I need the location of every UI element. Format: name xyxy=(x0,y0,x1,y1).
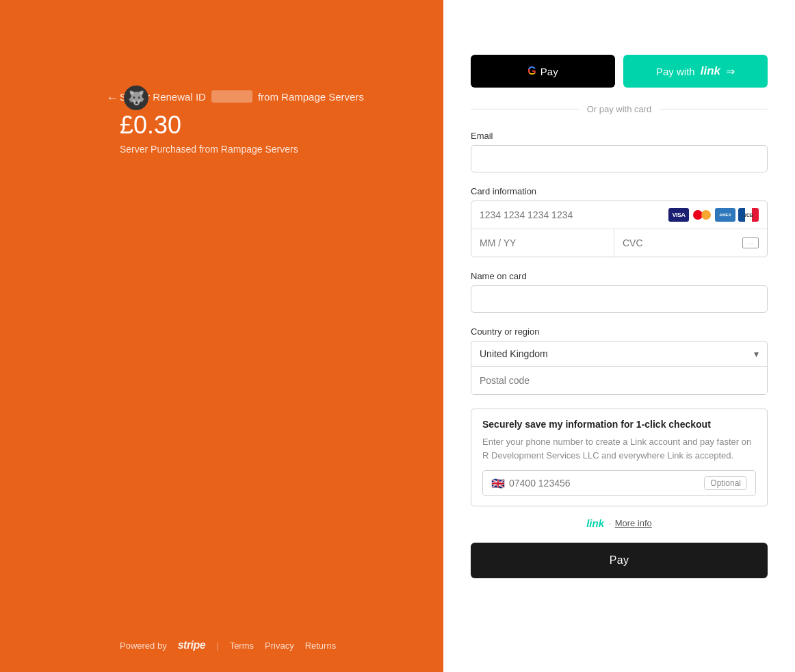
country-select-row[interactable]: United Kingdom ▾ xyxy=(471,341,767,367)
jcb-icon: JCB xyxy=(738,208,759,222)
country-group: Country or region United Kingdom ▾ xyxy=(471,326,768,395)
gpay-label: Pay xyxy=(540,66,558,77)
link-footer: link · More info xyxy=(471,517,768,529)
name-on-card-group: Name on card xyxy=(471,271,768,313)
cvc-icon xyxy=(742,237,759,248)
card-info-wrapper: VISA AMEX JCB xyxy=(471,201,768,257)
card-number-input[interactable] xyxy=(480,209,668,220)
country-label: Country or region xyxy=(471,326,768,337)
save-info-box: Securely save my information for 1-click… xyxy=(471,409,768,506)
back-button[interactable]: ← 🐺 xyxy=(106,86,148,110)
privacy-link[interactable]: Privacy xyxy=(265,641,294,651)
country-value: United Kingdom xyxy=(480,348,754,359)
country-region-wrapper: United Kingdom ▾ xyxy=(471,341,768,395)
email-group: Email xyxy=(471,131,768,172)
link-arrow-icon: ⇒ xyxy=(726,65,735,78)
mastercard-icon xyxy=(692,208,712,222)
card-expiry-cvc-row xyxy=(471,229,767,257)
dot-separator: · xyxy=(608,518,611,528)
amex-icon: AMEX xyxy=(715,208,735,222)
left-panel: ← 🐺 Server Renewal ID from Rampage Serve… xyxy=(0,0,443,672)
google-pay-button[interactable]: G Pay xyxy=(471,55,615,88)
footer: Powered by stripe | Terms Privacy Return… xyxy=(120,639,336,651)
phone-input[interactable] xyxy=(509,478,704,489)
save-info-title: Securely save my information for 1-click… xyxy=(482,419,756,430)
stripe-logo: stripe xyxy=(178,639,206,651)
divider-line-right xyxy=(660,109,768,109)
divider-text: Or pay with card xyxy=(587,104,652,114)
subtitle: Server Purchased from Rampage Servers xyxy=(120,144,416,155)
from-label: from Rampage Servers xyxy=(258,91,364,103)
right-panel: G Pay Pay with link ⇒ Or pay with card E… xyxy=(443,0,795,672)
visa-icon: VISA xyxy=(668,208,689,222)
card-number-row: VISA AMEX JCB xyxy=(471,201,767,229)
email-label: Email xyxy=(471,131,768,141)
footer-divider: | xyxy=(216,641,218,651)
card-info-label: Card information xyxy=(471,186,768,196)
pay-with-label: Pay with xyxy=(656,66,695,77)
more-info-link[interactable]: More info xyxy=(615,518,652,528)
google-g-icon: G xyxy=(527,65,536,77)
card-info-group: Card information VISA AMEX JCB xyxy=(471,186,768,257)
uk-flag-icon: 🇬🇧 xyxy=(491,477,505,490)
returns-link[interactable]: Returns xyxy=(305,641,337,651)
divider-line-left xyxy=(471,109,579,109)
postal-code-input[interactable] xyxy=(471,367,767,394)
pay-with-link-button[interactable]: Pay with link ⇒ xyxy=(623,55,768,88)
server-renewal-line: Server Renewal ID from Rampage Servers xyxy=(120,90,416,103)
name-on-card-input[interactable] xyxy=(471,285,768,313)
chevron-down-icon: ▾ xyxy=(754,348,759,359)
optional-badge: Optional xyxy=(704,476,747,490)
terms-link[interactable]: Terms xyxy=(230,641,254,651)
link-brand-label: link xyxy=(701,64,720,78)
link-footer-brand: link xyxy=(586,517,604,529)
powered-by-label: Powered by xyxy=(120,641,167,651)
pay-button[interactable]: Pay xyxy=(471,543,768,578)
card-icons: VISA AMEX JCB xyxy=(668,208,759,222)
price-display: £0.30 xyxy=(120,111,416,140)
email-input[interactable] xyxy=(471,145,768,172)
renewal-id-box xyxy=(211,90,252,103)
expiry-input[interactable] xyxy=(471,229,614,257)
divider-row: Or pay with card xyxy=(471,104,768,114)
cvc-row xyxy=(614,229,767,257)
save-info-desc: Enter your phone number to create a Link… xyxy=(482,435,756,462)
back-arrow-icon: ← xyxy=(106,91,118,105)
avatar: 🐺 xyxy=(124,86,148,110)
name-on-card-label: Name on card xyxy=(471,271,768,281)
phone-row: 🇬🇧 Optional xyxy=(482,470,756,496)
cvc-input[interactable] xyxy=(623,229,742,257)
payment-buttons: G Pay Pay with link ⇒ xyxy=(471,55,768,88)
